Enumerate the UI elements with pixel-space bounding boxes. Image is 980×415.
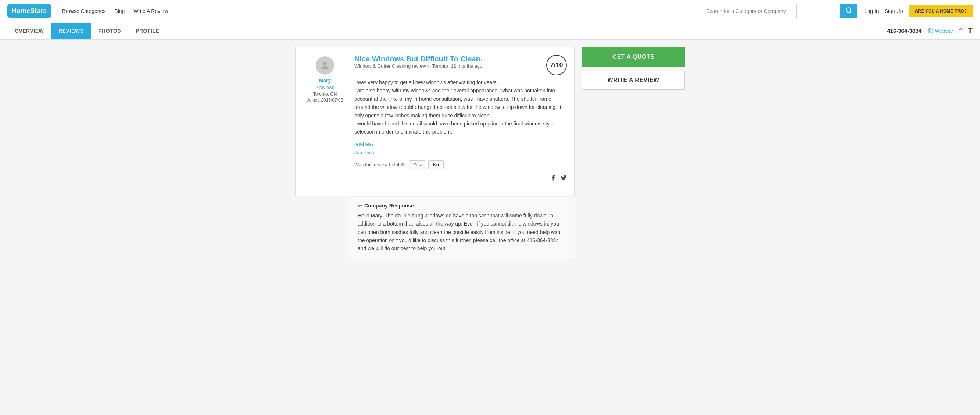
svg-line-1 [850,11,851,13]
avatar [316,56,334,75]
main-content: Mary 2 reviews Toronto, ON Joined 2015/0… [288,47,692,259]
review-title: Nice Windows But Difficult To Clean. [354,55,482,63]
phone-number: 416-364-3834 [887,27,921,34]
review-content: Nice Windows But Difficult To Clean. Win… [354,55,567,189]
login-link[interactable]: Log In [865,8,879,14]
reviewer-joined: Joined 2015/07/03 [307,97,343,103]
sub-nav-right: 416-364-3834 Website 𝕗 𝕋 [887,27,973,35]
website-label: Website [935,28,953,34]
helpful-yes-button[interactable]: Yes [409,160,426,169]
header: HomeStars Browse Categories Blog Write A… [0,0,980,22]
svg-point-4 [323,62,327,65]
review-body: I was very happy to get all new windows … [354,78,567,136]
main-nav: Browse Categories Blog Write A Review [62,8,168,14]
browse-categories-link[interactable]: Browse Categories [62,8,105,14]
facebook-icon[interactable]: 𝕗 [959,27,962,35]
tab-photos[interactable]: PHOTOS [91,23,128,39]
homestars-logo[interactable]: HomeStars [7,4,51,18]
company-response-title: Company Response [364,203,414,209]
review-category: Window & Gutter Cleaning review in Toron… [354,63,448,69]
company-response: ↩ Company Response Hello Mary. The doubl… [347,196,574,259]
twitter-share-icon[interactable] [560,174,567,183]
logo-text: HomeStars [12,7,47,15]
reviewer-location: Toronto, ON [313,92,337,97]
svg-point-0 [846,8,851,12]
review-card: Mary 2 reviews Toronto, ON Joined 2015/0… [295,47,574,196]
reply-icon: ↩ [358,203,362,209]
write-review-link[interactable]: Write A Review [134,8,168,14]
tab-profile[interactable]: PROFILE [128,23,167,39]
twitter-icon[interactable]: 𝕋 [968,27,973,35]
search-input[interactable] [701,4,796,18]
social-share [354,174,567,183]
tab-reviews[interactable]: REVIEWS [51,23,91,39]
get-quote-button[interactable]: GET A QUOTE [582,47,685,67]
helpful-row: Was this review helpful? Yes No [354,160,567,169]
reviewer-name[interactable]: Mary [319,78,331,83]
search-button[interactable] [840,4,857,18]
read-less-link[interactable]: read less [354,141,567,147]
reviews-area: Mary 2 reviews Toronto, ON Joined 2015/0… [295,47,574,259]
reviewer-reviews-count[interactable]: 2 reviews [316,85,334,90]
header-right: Log In Sign Up ARE YOU A HOME PRO? [865,5,973,17]
are-you-pro-button[interactable]: ARE YOU A HOME PRO? [909,5,973,17]
helpful-text: Was this review helpful? [354,162,406,168]
signup-link[interactable]: Sign Up [885,8,903,14]
website-link[interactable]: Website [928,28,953,34]
reviewer-sidebar: Mary 2 reviews Toronto, ON Joined 2015/0… [303,55,347,189]
company-response-text: Hello Mary. The double hung windows do h… [358,212,567,253]
review-meta: Window & Gutter Cleaning review in Toron… [354,63,482,69]
review-header: Nice Windows But Difficult To Clean. Win… [354,55,567,75]
blog-link[interactable]: Blog [115,8,125,14]
search-bar: Toronto [701,4,857,18]
location-input[interactable]: Toronto [796,4,840,18]
job-price-link[interactable]: Job Price [354,150,567,155]
tab-overview[interactable]: OVERVIEW [7,23,51,39]
sub-nav: OVERVIEW REVIEWS PHOTOS PROFILE 416-364-… [0,22,980,40]
company-response-header: ↩ Company Response [358,203,567,209]
write-review-button[interactable]: WRITE A REVIEW [582,71,685,90]
review-time: 12 months ago [451,63,482,69]
right-sidebar: GET A QUOTE WRITE A REVIEW [582,47,685,259]
facebook-share-icon[interactable] [550,174,557,183]
score-badge: 7/10 [546,55,567,75]
helpful-no-button[interactable]: No [428,160,443,169]
